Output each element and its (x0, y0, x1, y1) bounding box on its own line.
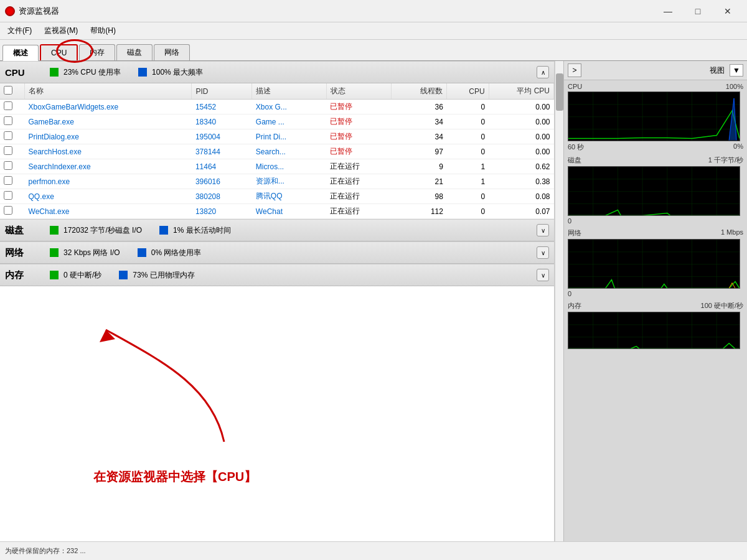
tab-disk[interactable]: 磁盘 (116, 44, 153, 60)
row-state: 已暂停 (326, 129, 391, 144)
row-name[interactable]: GameBar.exe (25, 114, 192, 129)
status-bar: 为硬件保留的内存：232 ... (0, 541, 747, 560)
menu-file[interactable]: 文件(F) (2, 24, 37, 38)
disk-stat1-text: 172032 字节/秒磁盘 I/O (63, 225, 142, 236)
tab-network[interactable]: 网络 (154, 44, 190, 60)
th-pid[interactable]: PID (192, 83, 252, 100)
row-name[interactable]: PrintDialog.exe (25, 129, 192, 144)
tab-memory[interactable]: 内存 (79, 44, 115, 60)
th-desc[interactable]: 描述 (252, 83, 326, 100)
cpu-stat1-icon (50, 68, 59, 77)
row-name[interactable]: SearchHost.exe (25, 144, 192, 159)
memory-graph-section: 内存 100 硬中断/秒 (564, 299, 747, 350)
close-button[interactable]: ✕ (713, 4, 742, 19)
row-checkbox[interactable] (4, 161, 12, 170)
memory-section-header[interactable]: 内存 0 硬中断/秒 73% 已用物理内存 ∨ (0, 264, 554, 286)
table-row[interactable]: GameBar.exe 18340 Game ... 已暂停 34 0 0.00 (0, 114, 554, 129)
tab-overview[interactable]: 概述 (2, 45, 39, 61)
table-row[interactable]: SearchHost.exe 378144 Search... 已暂停 97 0… (0, 144, 554, 159)
row-checkbox[interactable] (4, 206, 12, 215)
disk-expand-button[interactable]: ∨ (537, 224, 549, 236)
network-expand-button[interactable]: ∨ (537, 246, 549, 259)
disk-stat1-icon (50, 226, 59, 235)
left-scrollbar[interactable] (555, 61, 563, 541)
menu-monitor[interactable]: 监视器(M) (39, 24, 83, 38)
cpu-section-title: CPU (5, 67, 42, 78)
tab-cpu[interactable]: CPU (40, 44, 78, 60)
row-checkbox-cell (0, 159, 25, 174)
cpu-graph-canvas (568, 91, 740, 141)
memory-stats: 0 硬中断/秒 73% 已用物理内存 (50, 270, 529, 281)
minimize-button[interactable]: — (654, 4, 682, 19)
th-avg-cpu[interactable]: 平均 CPU (489, 83, 553, 100)
table-row[interactable]: PrintDialog.exe 195004 Print Di... 已暂停 3… (0, 129, 554, 144)
row-checkbox[interactable] (4, 146, 12, 155)
row-name[interactable]: perfmon.exe (25, 174, 192, 189)
row-cpu: 1 (447, 159, 489, 174)
row-checkbox[interactable] (4, 176, 12, 185)
scrollbar-thumb[interactable] (556, 73, 563, 111)
disk-graph-label-right: 0 (568, 217, 571, 225)
disk-stats: 172032 字节/秒磁盘 I/O 1% 最长活动时间 (50, 225, 529, 236)
row-name[interactable]: QQ.exe (25, 189, 192, 204)
network-graph-grid (568, 240, 740, 289)
table-row[interactable]: QQ.exe 380208 腾讯QQ 正在运行 98 0 0.08 (0, 189, 554, 204)
table-row[interactable]: WeChat.exe 13820 WeChat 正在运行 112 0 0.07 (0, 204, 554, 219)
row-threads: 34 (392, 129, 447, 144)
row-pid: 18340 (192, 114, 252, 129)
row-state: 正在运行 (326, 159, 391, 174)
cpu-section-header[interactable]: CPU 23% CPU 使用率 100% 最大频率 ∧ (0, 61, 554, 83)
network-section-header[interactable]: 网络 32 Kbps 网络 I/O 0% 网络使用率 ∨ (0, 241, 554, 264)
right-panel-nav-button[interactable]: > (568, 63, 581, 77)
th-name[interactable]: 名称 (25, 83, 192, 100)
status-text: 为硬件保留的内存：232 ... (5, 546, 86, 556)
cpu-graph-value: 100% (726, 83, 743, 90)
table-header-row: 名称 PID 描述 状态 线程数 CPU 平均 CPU (0, 83, 554, 100)
disk-stat2-text: 1% 最长活动时间 (173, 225, 231, 236)
table-row[interactable]: SearchIndexer.exe 11464 Micros... 正在运行 9… (0, 159, 554, 174)
row-avg-cpu: 0.08 (489, 189, 553, 204)
right-panel: > 视图 ▼ CPU 100% (563, 61, 747, 541)
row-cpu: 0 (447, 129, 489, 144)
th-cpu[interactable]: CPU (447, 83, 489, 100)
table-row[interactable]: XboxGameBarWidgets.exe 15452 Xbox G... 已… (0, 100, 554, 114)
memory-expand-button[interactable]: ∨ (537, 269, 549, 281)
row-checkbox[interactable] (4, 101, 12, 110)
right-panel-header: > 视图 ▼ (564, 61, 747, 80)
network-graph-label-right: 0 (568, 290, 571, 297)
disk-graph-canvas (568, 166, 740, 216)
cpu-graph-labels: 60 秒 0% (568, 142, 743, 152)
menu-bar: 文件(F) 监视器(M) 帮助(H) (0, 22, 747, 40)
cpu-graph-header: CPU 100% (568, 83, 743, 90)
maximize-button[interactable]: □ (684, 4, 712, 19)
disk-section-header[interactable]: 磁盘 172032 字节/秒磁盘 I/O 1% 最长活动时间 ∨ (0, 219, 554, 241)
row-checkbox-cell (0, 114, 25, 129)
disk-section-title: 磁盘 (5, 225, 42, 236)
cpu-expand-button[interactable]: ∧ (537, 66, 549, 78)
row-desc: WeChat (252, 204, 326, 219)
th-state[interactable]: 状态 (326, 83, 391, 100)
row-threads: 98 (392, 189, 447, 204)
select-all-checkbox[interactable] (4, 86, 12, 95)
row-checkbox[interactable] (4, 191, 12, 200)
row-avg-cpu: 0.00 (489, 129, 553, 144)
row-checkbox[interactable] (4, 131, 12, 140)
table-row[interactable]: perfmon.exe 396016 资源和... 正在运行 21 1 0.38 (0, 174, 554, 189)
row-checkbox[interactable] (4, 116, 12, 125)
row-name[interactable]: XboxGameBarWidgets.exe (25, 100, 192, 114)
row-threads: 21 (392, 174, 447, 189)
row-threads: 112 (392, 204, 447, 219)
row-name[interactable]: SearchIndexer.exe (25, 159, 192, 174)
menu-help[interactable]: 帮助(H) (85, 24, 121, 38)
row-name[interactable]: WeChat.exe (25, 204, 192, 219)
row-pid: 195004 (192, 129, 252, 144)
row-state: 正在运行 (326, 189, 391, 204)
row-cpu: 0 (447, 114, 489, 129)
app-icon (5, 6, 15, 16)
th-threads[interactable]: 线程数 (392, 83, 447, 100)
disk-graph-grid (568, 167, 740, 216)
memory-stat2-text: 73% 已用物理内存 (133, 270, 194, 281)
network-graph-header: 网络 1 Mbps (568, 228, 743, 238)
view-dropdown[interactable]: ▼ (730, 64, 743, 77)
memory-stat1-text: 0 硬中断/秒 (63, 270, 101, 281)
